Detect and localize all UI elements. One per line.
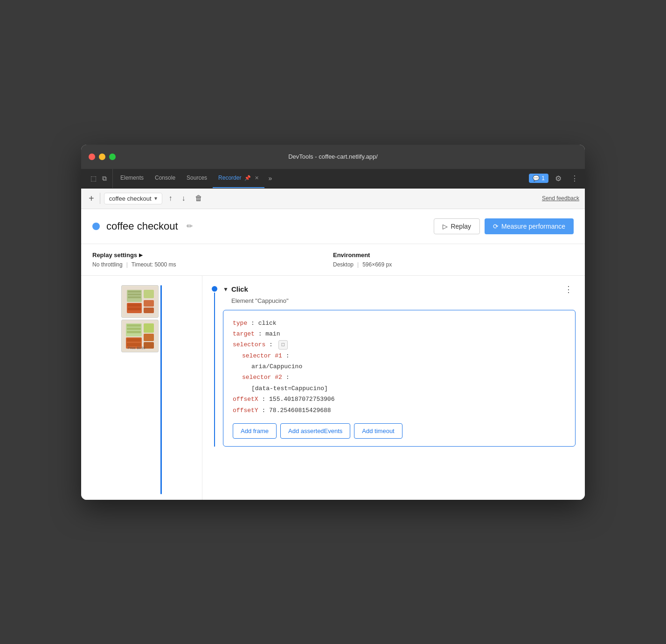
- measure-performance-button[interactable]: ⟳ Measure performance: [485, 218, 574, 234]
- code-selector1-value: aria/Cappucino: [251, 363, 302, 370]
- step-more-options[interactable]: ⋮: [562, 283, 576, 295]
- code-selectors-line: selectors : ⬚: [233, 339, 566, 350]
- add-asserted-events-button[interactable]: Add assertedEvents: [280, 423, 350, 439]
- edit-title-icon[interactable]: ✏: [187, 222, 193, 231]
- code-selectors-key: selectors: [233, 341, 265, 348]
- selector-picker-icon[interactable]: ⬚: [278, 340, 288, 350]
- step-header: ▼ Click ⋮: [223, 283, 576, 295]
- svg-text:Price: $0.00: Price: $0.00: [128, 346, 145, 350]
- tab-sources[interactable]: Sources: [181, 169, 213, 188]
- code-offsetX-separator: :: [262, 396, 269, 403]
- step-timeline: [212, 283, 217, 447]
- code-offsetY-key: offsetY: [233, 407, 258, 414]
- code-offsetX-key: offsetX: [233, 396, 258, 403]
- recording-status-dot: [92, 223, 100, 230]
- code-selectors-colon: :: [269, 341, 277, 348]
- more-tabs-icon: »: [268, 175, 272, 182]
- environment-title: Environment: [333, 252, 370, 259]
- tab-recorder-label: Recorder: [218, 175, 241, 181]
- tab-console[interactable]: Console: [149, 169, 181, 188]
- code-type-value: click: [258, 320, 277, 327]
- add-frame-button[interactable]: Add frame: [233, 423, 277, 439]
- more-tabs-button[interactable]: »: [264, 169, 276, 188]
- step-line: [214, 293, 215, 447]
- delete-button[interactable]: 🗑: [192, 192, 205, 204]
- export-button[interactable]: ↑: [166, 192, 175, 204]
- main-content: coffee checkout ✏ ▷ Replay ⟳ Measure per…: [81, 209, 585, 500]
- pointer-icon[interactable]: ⬚: [89, 173, 98, 184]
- step-panel: ▼ Click ⋮ Element "Cappucino" type : cli…: [202, 276, 585, 500]
- code-type-separator: :: [251, 320, 258, 327]
- replay-settings-expand-icon[interactable]: ▶: [139, 252, 143, 258]
- replay-play-icon: ▷: [443, 223, 448, 230]
- more-options-icon[interactable]: ⋮: [568, 172, 581, 185]
- code-selector1-value-line: aria/Cappucino: [233, 361, 566, 372]
- send-feedback-link[interactable]: Send feedback: [542, 195, 579, 202]
- feedback-icon: 💬: [533, 175, 540, 182]
- svg-rect-14: [127, 328, 141, 330]
- close-button[interactable]: [89, 154, 95, 160]
- settings-icon[interactable]: ⚙: [552, 172, 564, 185]
- import-button[interactable]: ↓: [179, 192, 188, 204]
- thumbnail-container: Price: $0.00: [121, 285, 162, 494]
- devtools-nav-icons: ⬚ ⧉: [85, 169, 113, 188]
- titlebar: DevTools - coffee-cart.netlify.app/: [81, 145, 585, 169]
- inspect-icon[interactable]: ⧉: [100, 173, 109, 184]
- code-selector2-line: selector #2 :: [233, 372, 566, 383]
- code-selector2-colon: :: [286, 374, 290, 381]
- chevron-down-icon: ▾: [154, 195, 157, 202]
- code-type-key: type: [233, 320, 247, 327]
- timeline-line: [160, 285, 162, 494]
- traffic-lights: [89, 154, 116, 160]
- svg-rect-17: [127, 338, 141, 342]
- code-target-line: target : main: [233, 329, 566, 339]
- tab-recorder[interactable]: Recorder 📌 ✕: [213, 169, 264, 188]
- toolbar: + coffee checkout ▾ ↑ ↓ 🗑 Send feedback: [81, 189, 585, 209]
- code-type-line: type : click: [233, 318, 566, 329]
- thumbnail-panel: Price: $0.00: [81, 276, 202, 500]
- recorder-pin-icon: 📌: [244, 175, 251, 181]
- toolbar-divider-1: [100, 193, 100, 204]
- measure-icon: ⟳: [493, 223, 499, 230]
- recording-header: coffee checkout ✏ ▷ Replay ⟳ Measure per…: [81, 209, 585, 244]
- code-selector1-colon: :: [286, 352, 290, 359]
- recorder-close-icon[interactable]: ✕: [255, 175, 259, 181]
- code-block: type : click target : main selectors: [223, 310, 576, 447]
- feedback-badge[interactable]: 💬 1: [529, 174, 548, 183]
- svg-rect-20: [144, 334, 154, 341]
- throttling-value: No throttling: [92, 261, 123, 268]
- step-dot: [212, 286, 217, 292]
- settings-divider: |: [126, 261, 128, 268]
- svg-rect-4: [128, 296, 141, 298]
- tabbar: ⬚ ⧉ Elements Console Sources Recorder 📌 …: [81, 169, 585, 189]
- replay-button[interactable]: ▷ Replay: [434, 218, 480, 234]
- svg-rect-7: [128, 308, 141, 310]
- recording-selector[interactable]: coffee checkout ▾: [104, 193, 162, 204]
- minimize-button[interactable]: [99, 154, 105, 160]
- desktop-label: Desktop: [333, 261, 354, 268]
- svg-rect-8: [144, 290, 154, 298]
- thumbnail-2-image: Price: $0.00: [123, 322, 157, 350]
- code-selector2-key: selector #2: [242, 374, 282, 381]
- step-collapse-icon[interactable]: ▼: [223, 286, 229, 293]
- timeout-value: Timeout: 5000 ms: [132, 261, 176, 268]
- replay-settings-label: Replay settings: [92, 252, 137, 259]
- tab-elements-label: Elements: [120, 175, 144, 181]
- add-timeout-button[interactable]: Add timeout: [354, 423, 402, 439]
- step-type: Click: [231, 285, 248, 293]
- svg-rect-13: [127, 324, 141, 327]
- replay-settings-values: No throttling | Timeout: 5000 ms: [92, 261, 333, 268]
- code-target-key: target: [233, 330, 255, 337]
- svg-rect-10: [144, 308, 154, 313]
- tab-sources-label: Sources: [187, 175, 207, 181]
- tab-console-label: Console: [155, 175, 175, 181]
- code-selector2-value-line: [data-test=Cappucino]: [233, 383, 566, 394]
- feedback-count: 1: [541, 175, 545, 182]
- step-container: ▼ Click ⋮ Element "Cappucino" type : cli…: [212, 283, 576, 447]
- replay-settings-title: Replay settings ▶: [92, 252, 333, 259]
- add-recording-button[interactable]: +: [87, 193, 96, 204]
- code-offsetX-value: 155.40187072753906: [269, 396, 334, 403]
- maximize-button[interactable]: [109, 154, 116, 160]
- code-offsetY-value: 78.25460815429688: [269, 407, 331, 414]
- tab-elements[interactable]: Elements: [115, 169, 149, 188]
